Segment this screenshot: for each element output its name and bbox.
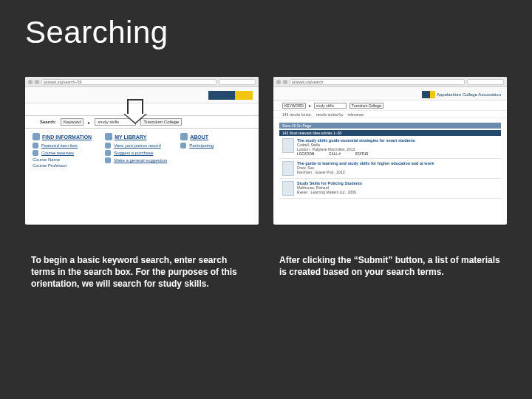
search-scope-select: Tusculum College	[349, 103, 383, 109]
col-heading: MY LIBRARY	[115, 134, 146, 140]
back-icon	[28, 80, 33, 84]
caption-right: After clicking the “Submit” button, a li…	[279, 254, 501, 290]
browser-chrome: acaweb.org/search	[273, 77, 507, 87]
search-bar: KEYWORD ▸ study skills Tusculum College	[273, 100, 507, 111]
col-mylib: MY LIBRARY View your patron record Sugge…	[105, 133, 167, 169]
col-heading: ABOUT	[190, 134, 208, 140]
result-item: Study Skills for Policing Students Malth…	[279, 179, 501, 199]
col-call: CALL #	[329, 152, 341, 156]
link-suggestion: Make a general suggestion	[114, 158, 167, 163]
search-type-select: KEYWORD	[282, 103, 306, 109]
browser-search-box	[467, 79, 504, 85]
search-label: Search:	[40, 120, 56, 124]
col-find: FIND INFORMATION Featured item lists Cou…	[33, 133, 92, 169]
site-header: Appalachian College Association	[273, 87, 507, 100]
results-meta: 143 results found. results sorted by rel…	[273, 111, 507, 118]
building-icon	[180, 133, 188, 140]
col-heading: FIND INFORMATION	[42, 134, 92, 140]
result-item: The study skills guide essential strateg…	[279, 136, 501, 159]
sort-label: results sorted by	[316, 112, 344, 117]
browser-chrome: acaweb.org/search~S9	[25, 77, 259, 87]
back-icon	[276, 80, 281, 84]
address-bar: acaweb.org/search~S9	[41, 79, 216, 85]
book-icon	[33, 150, 38, 156]
page-title: Searching	[25, 15, 507, 50]
cart-icon	[105, 150, 111, 156]
pointer-arrow	[127, 99, 143, 115]
link-featured: Featured item lists	[41, 143, 78, 148]
book-cover-icon	[282, 161, 294, 176]
forward-icon	[35, 80, 39, 84]
list-icon	[33, 143, 38, 149]
search-type-select: Keyword	[61, 118, 83, 126]
caption-left: To begin a basic keyword search, enter s…	[31, 254, 253, 290]
result-item: The guide to learning and study skills f…	[279, 159, 501, 179]
slide: Searching acaweb.org/search~S9 Search: K…	[0, 0, 532, 399]
arrow-down-icon	[127, 99, 143, 115]
result-pub: London : Palgrave Macmillan, 2013	[297, 147, 355, 151]
screenshot-row: acaweb.org/search~S9 Search: Keyword ▸ s…	[25, 77, 507, 225]
col-status: STATUS	[355, 152, 368, 156]
screenshot-search-form: acaweb.org/search~S9 Search: Keyword ▸ s…	[25, 77, 259, 225]
forward-icon	[283, 80, 287, 84]
sort-select: relevance	[347, 112, 364, 117]
dot-icon	[180, 143, 186, 149]
brand-text: Appalachian College Association	[437, 92, 501, 97]
browser-search-box	[219, 79, 256, 85]
search-input: study skills	[314, 103, 347, 109]
site-brand: Appalachian College Association	[422, 91, 501, 98]
result-pub: Farnham : Gower Pub., 2010	[297, 170, 344, 174]
site-logo	[208, 91, 253, 100]
link-patron: View your patron record	[114, 143, 161, 148]
magnifier-icon	[33, 133, 40, 140]
hit-count: 143 results found.	[282, 112, 312, 117]
col-location: LOCATION	[297, 152, 314, 156]
caption-row: To begin a basic keyword search, enter s…	[25, 254, 507, 290]
site-logo	[422, 91, 435, 98]
save-all-bar: Save All On Page	[279, 123, 501, 129]
address-bar: acaweb.org/search	[290, 79, 465, 85]
link-columns: FIND INFORMATION Featured item lists Cou…	[25, 129, 259, 174]
link-reserves: Course reserves	[41, 151, 74, 155]
col-about: ABOUT Participating	[180, 133, 214, 169]
note-icon	[105, 157, 111, 163]
library-icon	[105, 133, 112, 140]
book-cover-icon	[282, 181, 294, 196]
sublink-course-name: Course Name	[33, 157, 60, 162]
person-icon	[105, 143, 111, 149]
results-header-bar: 143 Most relevant titles entries 1–50	[279, 130, 501, 136]
link-suggest-purchase: Suggest a purchase	[114, 151, 153, 155]
screenshot-results: acaweb.org/search Appalachian College As…	[273, 77, 507, 225]
link-participating: Participating	[189, 143, 214, 148]
results-body: Save All On Page 143 Most relevant title…	[273, 118, 507, 202]
book-cover-icon	[282, 138, 294, 153]
result-pub: Exeter : Learning Matters Ltd., 2009	[297, 190, 356, 194]
sublink-course-prof: Course Professor	[33, 163, 67, 168]
